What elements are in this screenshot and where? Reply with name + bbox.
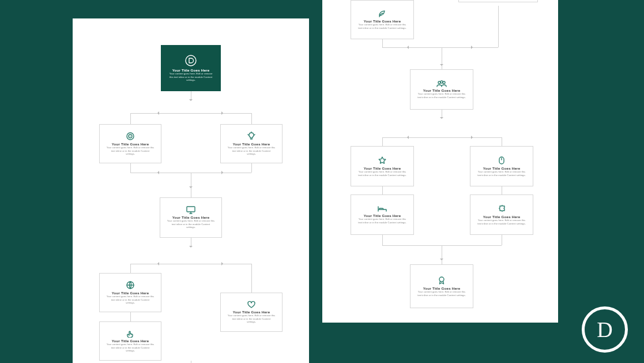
node-title: Your Title Goes Here [423,286,461,290]
connector-horizontal [130,173,251,173]
arrow-left-icon [405,46,409,49]
connector-horizontal [130,113,251,114]
connector-horizontal [382,47,498,48]
connector-vertical [130,264,131,273]
flowchart-node-r5: Your Title Goes HereYour content goes he… [351,194,414,235]
flowchart-node-r6: Your Title Goes HereYour content goes he… [470,194,533,235]
svg-point-0 [186,55,196,66]
node-body: Your content goes here. Edit or remove t… [477,219,526,226]
node-body: Your content goes here. Edit or remove t… [417,290,466,297]
connector-vertical [382,186,383,194]
leaf-icon [378,10,387,18]
node-title: Your Title Goes Here [172,215,210,219]
node-body: Your content goes here. Edit or remove t… [107,343,155,353]
mouse-icon [498,156,505,165]
arrow-down-icon [440,64,443,68]
globe-icon [126,280,135,290]
connector-vertical [502,235,502,245]
divi-logo-letter: D [597,317,612,342]
connector-vertical [191,238,191,246]
flowchart-node-r1: Your Title Goes HereYour content goes he… [351,0,414,39]
svg-point-8 [440,81,443,83]
node-body: Your content goes here. Edit or remove t… [228,146,276,156]
connector-horizontal [382,245,502,246]
connector-horizontal [130,264,251,264]
arrow-down-icon [440,259,443,262]
flowchart-node-l4: Your Title Goes HereYour content goes he… [99,273,161,312]
connector-vertical [382,235,383,245]
flowchart-panel-left: Your Title Goes HereYour content goes he… [73,18,309,363]
hand-icon [126,330,135,338]
node-title: Your Title Goes Here [364,166,401,170]
flowchart-node-r3: Your Title Goes HereYour content goes he… [351,146,414,186]
node-body: Your content goes here. Edit or remove t… [228,314,276,324]
node-title: Your Title Goes Here [112,339,149,343]
node-title: Your Title Goes Here [172,68,210,72]
star-icon [378,156,387,165]
node-body: Your content goes here. Edit or remove t… [477,170,526,177]
connector-vertical [191,91,191,100]
puzzle-icon [497,204,506,214]
flowchart-node-r4: Your Title Goes HereYour content goes he… [470,146,533,186]
connector-vertical [130,113,131,124]
flowchart-node-r0: Your Title Goes Here [458,0,538,2]
award-icon [438,276,446,285]
node-body: Your content goes here. Edit or remove t… [358,170,407,177]
flowchart-node-l1: Your Title Goes HereYour content goes he… [99,124,161,163]
node-title: Your Title Goes Here [423,88,461,92]
connector-vertical [251,264,252,293]
svg-point-3 [130,136,131,137]
node-title: Your Title Goes Here [233,142,270,146]
connector-vertical [191,173,191,197]
flowchart-node-l0: Your Title Goes HereYour content goes he… [161,45,221,91]
flowchart-node-r2: Your Title Goes HereYour content goes he… [410,69,473,110]
connector-vertical [502,186,502,194]
node-body: Your content goes here. Edit or remove t… [107,146,155,156]
arrow-right-icon [471,46,474,49]
flowchart-node-l6: Your Title Goes HereYour content goes he… [99,321,161,361]
monitor-icon [186,206,195,214]
arrow-down-icon [440,117,443,121]
node-body: Your content goes here. Edit or remove t… [358,218,407,224]
connector-vertical [382,39,383,47]
connector-vertical [442,110,442,118]
connector-vertical [382,137,383,146]
flowchart-node-l5: Your Title Goes HereYour content goes he… [220,293,283,332]
node-body: Your content goes here. Edit or remove t… [417,92,466,99]
arrow-left-icon [405,136,409,139]
people-icon [436,80,447,87]
connector-vertical [502,137,502,146]
connector-vertical [251,163,252,173]
arrow-down-icon [189,186,193,190]
node-title: Your Title Goes Here [483,215,521,219]
arrow-down-icon [189,99,193,103]
node-body: Your content goes here. Edit or remove t… [107,295,155,305]
flowchart-panel-right: Your Title Goes HereYour Title Goes Here… [322,0,558,323]
svg-rect-4 [187,207,195,212]
arrow-left-icon [156,111,159,115]
connector-vertical [130,163,131,173]
arrow-left-icon [156,262,159,265]
flowchart-node-r7: Your Title Goes HereYour content goes he… [410,264,473,308]
connector-horizontal [382,137,502,138]
target-icon [126,132,135,141]
node-title: Your Title Goes Here [112,291,149,295]
connector-vertical [251,113,252,124]
node-title: Your Title Goes Here [483,166,521,170]
arrow-left-icon [156,171,159,174]
arrow-right-icon [221,111,225,115]
connector-vertical [130,312,131,321]
node-title: Your Title Goes Here [364,19,401,23]
node-title: Your Title Goes Here [112,142,149,146]
flowchart-node-l3: Your Title Goes HereYour content goes he… [160,197,222,238]
divi-icon [184,54,197,67]
node-body: Your content goes here. Edit or remove t… [358,23,407,30]
bed-icon [377,205,387,212]
arrow-right-icon [471,136,474,139]
arrow-down-icon [189,246,193,249]
connector-vertical [498,6,499,47]
node-body: Your content goes here. Edit or remove t… [168,72,214,82]
node-title: Your Title Goes Here [233,310,270,314]
bulb-icon [247,132,256,141]
connector-vertical [191,361,191,363]
